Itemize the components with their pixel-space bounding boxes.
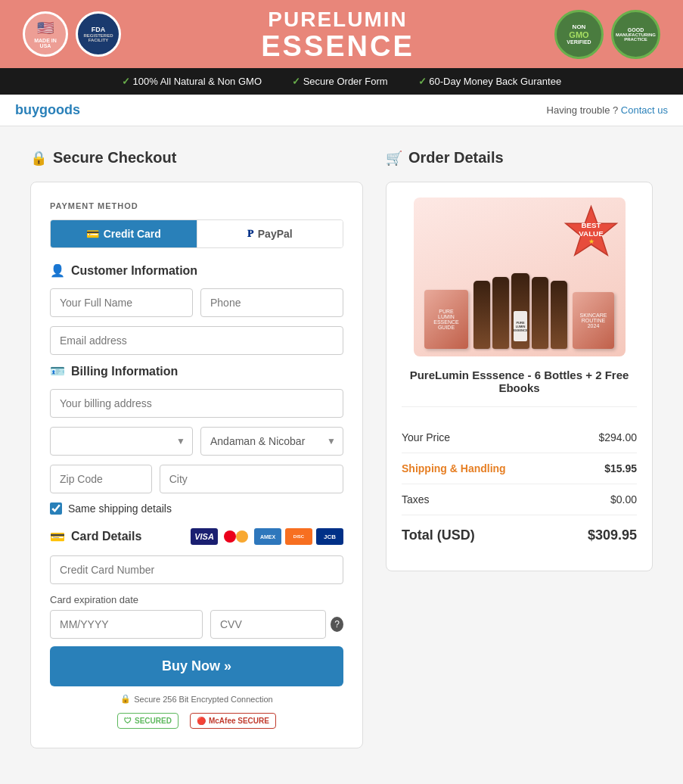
card-section-title: 💳 Card Details xyxy=(50,530,141,544)
taxes-row: Taxes $0.00 xyxy=(402,484,637,515)
checkout-panel: 🔒 Secure Checkout PAYMENT METHOD 💳 Credi… xyxy=(30,149,363,748)
card-number-row xyxy=(50,555,343,584)
trust-item-1: 100% All Natural & Non GMO xyxy=(122,76,262,87)
full-name-input[interactable] xyxy=(50,288,193,317)
shipping-value: $15.95 xyxy=(604,462,637,474)
bottle-5 xyxy=(551,281,567,349)
city-input[interactable] xyxy=(160,465,343,493)
expiry-cvv-row: ? xyxy=(50,610,343,639)
nav-bar: buygoods Having trouble ? Contact us xyxy=(0,95,683,126)
nav-links: Having trouble ? Contact us xyxy=(547,104,668,116)
product-image-area: PURELUMINESSENCEGUIDE PURELUMINESSENCE xyxy=(402,198,637,356)
mcafee-badge: 🔴 McAfee SECURE xyxy=(190,713,276,729)
paypal-icon: 𝐏 xyxy=(247,228,253,240)
your-price-row: Your Price $294.00 xyxy=(402,422,637,453)
same-shipping-checkbox[interactable] xyxy=(50,502,62,515)
best-value-badge: BEST VALUE ★ xyxy=(563,204,619,260)
lock-icon: 🔒 xyxy=(30,150,47,166)
ebook-visual-2: SKINCAREROUTINE2024 xyxy=(573,292,614,349)
card-number-input[interactable] xyxy=(50,555,343,584)
fda-badge: FDA REGISTEREDFACILITY xyxy=(76,11,121,57)
country-state-row: India ▼ Andaman & Nicobar ▼ xyxy=(50,427,343,456)
bottle-2 xyxy=(492,277,509,349)
same-shipping-label: Same shipping details xyxy=(68,502,172,515)
visa-icon: VISA xyxy=(191,528,218,545)
brand-logo: PURELUMIN ESSENCE xyxy=(261,8,414,61)
paypal-tab[interactable]: 𝐏 PayPal xyxy=(197,220,343,247)
buy-now-button[interactable]: Buy Now » xyxy=(50,646,343,686)
shipping-label: Shipping & Handling xyxy=(402,462,506,474)
state-select[interactable]: Andaman & Nicobar xyxy=(200,427,343,456)
bottle-4 xyxy=(532,277,548,349)
email-row xyxy=(50,326,343,355)
shield-icon: 🛡 xyxy=(124,717,132,725)
trust-item-2: Secure Order Form xyxy=(292,76,388,87)
phone-input[interactable] xyxy=(200,288,343,317)
payment-tabs: 💳 Credit Card 𝐏 PayPal xyxy=(50,219,343,248)
left-badges: 🇺🇸 MADE INUSA FDA REGISTEREDFACILITY xyxy=(23,11,121,57)
expiry-label: Card expiration date xyxy=(50,593,343,605)
order-panel: 🛒 Order Details PURELUMINESSENCEGUIDE xyxy=(386,149,653,748)
order-box: PURELUMINESSENCEGUIDE PURELUMINESSENCE xyxy=(386,182,653,571)
mcafee-icon: 🔴 xyxy=(197,717,206,725)
bottle-label: PURELUMINESSENCE xyxy=(514,311,527,341)
taxes-value: $0.00 xyxy=(610,493,637,506)
svg-text:VALUE: VALUE xyxy=(579,229,604,238)
cvv-input[interactable] xyxy=(210,610,326,639)
jcb-icon: JCB xyxy=(316,528,343,545)
trust-badges: 🛡 SECURED 🔴 McAfee SECURE xyxy=(50,713,343,729)
customer-section-title: 👤 Customer Information xyxy=(50,263,343,278)
made-in-usa-badge: 🇺🇸 MADE INUSA xyxy=(23,11,68,57)
trust-item-3: 60-Day Money Back Gurantee xyxy=(418,76,562,87)
buygoods-logo: buygoods xyxy=(15,102,80,118)
checkout-box: PAYMENT METHOD 💳 Credit Card 𝐏 PayPal 👤 … xyxy=(30,182,363,748)
same-shipping-row: Same shipping details xyxy=(50,502,343,515)
user-icon: 👤 xyxy=(50,263,65,278)
contact-us-link[interactable]: Contact us xyxy=(621,104,668,116)
expiry-input[interactable] xyxy=(50,610,203,639)
country-select[interactable]: India xyxy=(50,427,193,456)
payment-method-label: PAYMENT METHOD xyxy=(50,201,343,210)
discover-icon: DISC xyxy=(285,528,312,545)
product-image: PURELUMINESSENCEGUIDE PURELUMINESSENCE xyxy=(414,198,626,356)
header-banner: 🇺🇸 MADE INUSA FDA REGISTEREDFACILITY PUR… xyxy=(0,0,683,68)
amex-icon: AMEX xyxy=(254,528,281,545)
your-price-label: Your Price xyxy=(402,431,450,443)
having-trouble-text: Having trouble ? xyxy=(547,104,619,116)
main-content: 🔒 Secure Checkout PAYMENT METHOD 💳 Credi… xyxy=(0,126,683,771)
zip-input[interactable] xyxy=(50,465,152,493)
total-label: Total (USD) xyxy=(402,527,475,543)
card-details-header: 💳 Card Details VISA AMEX DISC JCB xyxy=(50,528,343,545)
total-row: Total (USD) $309.95 xyxy=(402,515,637,555)
credit-card-icon: 💳 xyxy=(86,228,99,240)
order-title: 🛒 Order Details xyxy=(386,149,653,166)
secure-text: 🔒 Secure 256 Bit Encrypted Connection xyxy=(50,694,343,704)
email-input[interactable] xyxy=(50,326,343,355)
non-gmo-badge: NON GMO VERIFIED xyxy=(554,10,604,59)
mastercard-icon xyxy=(222,528,250,545)
card-icon: 💳 xyxy=(50,530,65,544)
cvv-wrap: ? xyxy=(210,610,343,639)
cvv-help-icon[interactable]: ? xyxy=(331,617,343,632)
shipping-row: Shipping & Handling $15.95 xyxy=(402,453,637,484)
lock-secure-icon: 🔒 xyxy=(120,694,131,704)
billing-address-row xyxy=(50,389,343,418)
state-select-wrap: Andaman & Nicobar ▼ xyxy=(200,427,343,456)
right-badges: NON GMO VERIFIED GOOD MANUFACTURING PRAC… xyxy=(554,10,660,59)
svg-text:BEST: BEST xyxy=(581,221,601,229)
zip-city-row xyxy=(50,465,343,493)
name-phone-row xyxy=(50,288,343,317)
trust-bar: 100% All Natural & Non GMO Secure Order … xyxy=(0,68,683,95)
ebook-visual: PURELUMINESSENCEGUIDE xyxy=(424,290,468,349)
bottle-center: PURELUMINESSENCE xyxy=(511,273,529,349)
id-icon: 🪪 xyxy=(50,364,65,378)
cart-icon: 🛒 xyxy=(386,150,402,166)
taxes-label: Taxes xyxy=(402,493,430,506)
country-select-wrap: India ▼ xyxy=(50,427,193,456)
gmp-badge: GOOD MANUFACTURING PRACTICE xyxy=(611,10,660,59)
product-name: PureLumin Esssence - 6 Bottles + 2 Free … xyxy=(402,369,637,407)
billing-address-input[interactable] xyxy=(50,389,343,418)
bottle-1 xyxy=(473,281,490,349)
svg-text:★: ★ xyxy=(588,238,594,245)
credit-card-tab[interactable]: 💳 Credit Card xyxy=(51,220,197,247)
